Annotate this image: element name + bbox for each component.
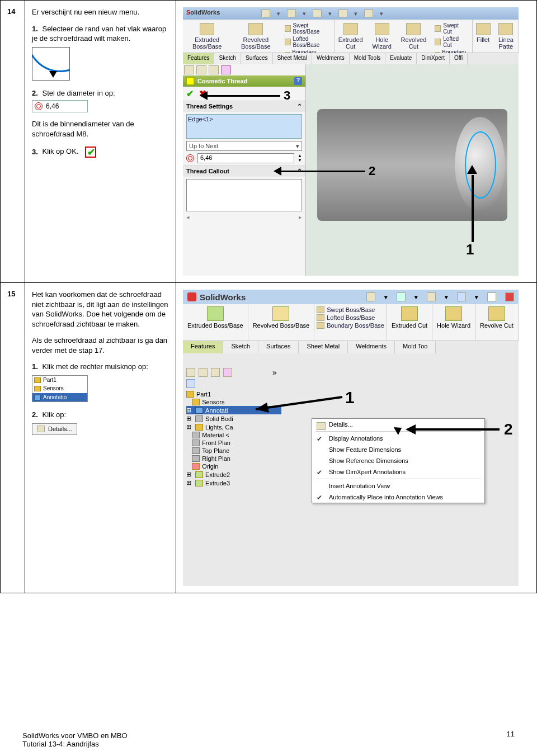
step14-li3-text: Klik op OK. xyxy=(42,148,78,156)
revolved-boss-15[interactable]: Revolved Boss/Base xyxy=(248,304,315,341)
tab-sheetmetal-15[interactable]: Sheet Metal xyxy=(299,341,348,353)
footer-line2: Tutorial 13-4: Aandrijfas xyxy=(22,740,515,748)
pm-tab-icon[interactable] xyxy=(184,65,194,74)
print-icon-15[interactable] xyxy=(427,292,436,301)
diameter-icon-pm xyxy=(186,154,194,162)
node-origin[interactable]: Origin xyxy=(186,462,281,470)
select-icon-15[interactable] xyxy=(487,292,496,301)
step15-li1-num: 1. xyxy=(32,362,38,371)
extruded-boss-button[interactable]: Extruded Boss/Base xyxy=(183,21,231,51)
node-topplane[interactable]: Top Plane xyxy=(186,447,281,455)
lofted-cut-button[interactable]: Lofted Cut xyxy=(432,35,470,49)
ctx-auto-place[interactable]: Automatically Place into Annotation View… xyxy=(312,492,484,503)
step14-li2: 2. Stel de diameter in op: 6,46 Dit is d… xyxy=(32,88,169,139)
new-icon-15[interactable] xyxy=(366,292,375,301)
diameter-input-thumb: 6,46 xyxy=(32,100,88,112)
thread-callout-box[interactable] xyxy=(186,179,302,211)
tab-features-15[interactable]: Features xyxy=(183,341,223,353)
tree-tab2-icon[interactable] xyxy=(199,368,208,377)
pm-tab-icon3[interactable] xyxy=(209,65,219,74)
node-frontplane[interactable]: Front Plan xyxy=(186,439,281,447)
ribbon: Extruded Boss/Base Revolved Boss/Base Sw… xyxy=(183,20,519,53)
extruded-cut-button[interactable]: Extruded Cut xyxy=(335,21,367,51)
step14-screenshot-cell: SolidWorks ▾ ▾ ▾ ▾ ▾ Extruded Boss/Base xyxy=(176,1,537,283)
command-tabs-15: Features Sketch Surfaces Sheet Metal Wel… xyxy=(183,341,519,353)
brand-text-15: SolidWorks xyxy=(200,292,246,302)
help-icon[interactable]: ? xyxy=(294,77,302,85)
tab-office[interactable]: Offi xyxy=(450,53,468,64)
lofted-boss-button[interactable]: Lofted Boss/Base xyxy=(282,35,332,49)
tree-tab3-icon[interactable] xyxy=(211,368,220,377)
tab-weldments-15[interactable]: Weldments xyxy=(348,341,395,353)
ctx-show-feature-dims[interactable]: Show Feature Dimensions xyxy=(312,444,484,455)
step-number-15: 15 xyxy=(1,283,25,593)
rebuild-icon-15[interactable] xyxy=(505,292,514,301)
swept-cut-button[interactable]: Swept Cut xyxy=(432,22,470,35)
tab-sketch-15[interactable]: Sketch xyxy=(223,341,258,353)
tab-surfaces-15[interactable]: Surfaces xyxy=(258,341,299,353)
node-solidbodies[interactable]: ⊞ Solid Bodi xyxy=(186,414,281,423)
edge-selection-box[interactable]: Edge<1> xyxy=(186,114,302,139)
hole-wizard-button[interactable]: Hole Wizard xyxy=(366,21,397,51)
save-icon[interactable] xyxy=(313,10,322,17)
step14-li1: 1. Selecteer de rand van het vlak waarop… xyxy=(32,24,169,81)
mini-tree-sensors: Sensors xyxy=(32,384,87,393)
undo-icon-15[interactable] xyxy=(457,292,466,301)
revolved-cut-15[interactable]: Revolve Cut xyxy=(475,304,519,341)
node-lights[interactable]: ⊞ Lights, Ca xyxy=(186,423,281,431)
swept-boss-button[interactable]: Swept Boss/Base xyxy=(282,22,332,35)
swept-boss-15[interactable]: Swept Boss/Base xyxy=(317,306,384,314)
step14-li1-text: Selecteer de rand van het vlak waarop je… xyxy=(32,25,166,43)
brand-text: olidWorks xyxy=(190,9,220,16)
chevron-icon[interactable]: » xyxy=(272,368,281,377)
tab-surfaces[interactable]: Surfaces xyxy=(241,53,272,64)
revolved-boss-button[interactable]: Revolved Boss/Base xyxy=(231,21,280,51)
upto-dropdown[interactable]: Up to Next▾ xyxy=(186,141,302,151)
step15-li1-text: Klik met de rechter muisknop op: xyxy=(42,362,148,371)
open-icon[interactable] xyxy=(287,10,296,17)
tree-tab4-icon[interactable] xyxy=(223,368,232,377)
node-material[interactable]: Material < xyxy=(186,431,281,439)
extruded-cut-15[interactable]: Extruded Cut xyxy=(387,304,432,341)
quick-toolbar: ▾ ▾ ▾ ▾ ▾ xyxy=(261,7,383,20)
tab-sheetmetal[interactable]: Sheet Metal xyxy=(273,53,312,64)
boundary-boss-15[interactable]: Boundary Boss/Base xyxy=(317,322,384,329)
new-icon[interactable] xyxy=(261,10,270,17)
ribbon-15: Extruded Boss/Base Revolved Boss/Base Sw… xyxy=(183,304,519,341)
fillet-button[interactable]: Fillet xyxy=(473,21,494,51)
marker-3: 3 xyxy=(200,88,290,103)
lofted-boss-15[interactable]: Lofted Boss/Base xyxy=(317,314,384,322)
tab-features[interactable]: Features xyxy=(183,53,214,64)
print-icon[interactable] xyxy=(338,10,347,17)
pm-tab-icon2[interactable] xyxy=(196,65,206,74)
filter-icon[interactable] xyxy=(186,379,195,388)
step15-li2: 2. Klik op: Details... xyxy=(32,410,169,435)
mini-tree-annotations: Annotatio xyxy=(32,393,87,402)
tab-weldments[interactable]: Weldments xyxy=(312,53,350,64)
revolved-cut-button[interactable]: Revolved Cut xyxy=(397,21,430,51)
hole-wizard-15[interactable]: Hole Wizard xyxy=(432,304,475,341)
linear-pattern-button[interactable]: Linea Patte xyxy=(494,21,518,51)
tab-sketch[interactable]: Sketch xyxy=(214,53,241,64)
tab-moldtools[interactable]: Mold Tools xyxy=(350,53,386,64)
tab-evaluate[interactable]: Evaluate xyxy=(385,53,417,64)
tab-dimxpert[interactable]: DimXpert xyxy=(417,53,450,64)
diameter-field[interactable]: 6,46 xyxy=(197,153,294,163)
undo-icon[interactable] xyxy=(364,10,373,17)
ok-button[interactable]: ✔ xyxy=(186,88,194,99)
ctx-show-ref-dims[interactable]: Show Reference Dimensions xyxy=(312,455,484,466)
node-rightplane[interactable]: Right Plan xyxy=(186,455,281,462)
node-extrude3[interactable]: ⊞ Extrude3 xyxy=(186,479,281,487)
tree-tab1-icon[interactable] xyxy=(186,368,195,377)
details-icon xyxy=(37,426,45,432)
save-icon-15[interactable] xyxy=(397,292,406,301)
extruded-boss-15[interactable]: Extruded Boss/Base xyxy=(183,304,248,341)
feature-tree: » Part1 Sensors ⊞ Annotati ⊞ Solid Bodi … xyxy=(186,368,281,487)
ctx-insert-annotation-view[interactable]: Insert Annotation View xyxy=(312,480,484,492)
ctx-show-dimxpert[interactable]: Show DimXpert Annotations xyxy=(312,466,484,478)
node-extrude2[interactable]: ⊞ Extrude2 xyxy=(186,470,281,479)
pm-tab-icon4[interactable] xyxy=(221,65,231,74)
tab-moldtools-15[interactable]: Mold Too xyxy=(395,341,436,353)
diameter-value: 6,46 xyxy=(46,102,59,111)
ok-icon xyxy=(85,147,96,158)
